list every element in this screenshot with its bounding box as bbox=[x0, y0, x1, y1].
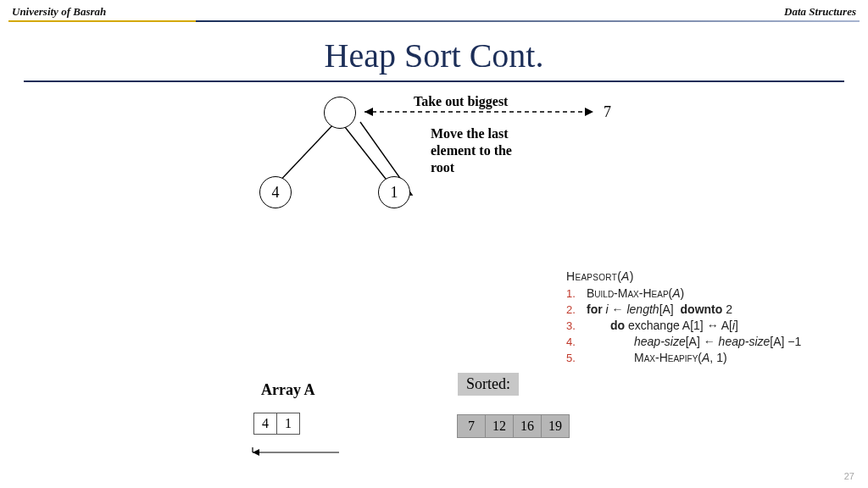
heap-node-root bbox=[324, 97, 356, 129]
page-number: 27 bbox=[844, 471, 854, 481]
slide-title: Heap Sort Cont. bbox=[0, 36, 868, 75]
algo-line-body: do exchange A[1] ↔ A[i] bbox=[587, 319, 846, 332]
header-right: Data Structures bbox=[784, 5, 856, 19]
sorted-cell: 19 bbox=[541, 414, 570, 438]
algo-line-number: 5. bbox=[566, 352, 587, 364]
algo-line-number: 1. bbox=[566, 287, 587, 300]
sorted-block: Sorted: 7121619 bbox=[458, 373, 570, 438]
svg-marker-3 bbox=[585, 108, 593, 116]
sorted-cell: 12 bbox=[485, 414, 514, 438]
algorithm-block: Heapsort(A) 1.Build-Max-Heap(A)2.for i ←… bbox=[566, 269, 846, 367]
algo-fn-arg: A bbox=[621, 269, 630, 283]
svg-line-0 bbox=[275, 124, 334, 186]
annot-move-last: Move the last element to the root bbox=[431, 125, 512, 176]
algo-line: 3.do exchange A[1] ↔ A[i] bbox=[566, 319, 846, 332]
slide-header: University of Basrah Data Structures bbox=[0, 0, 868, 20]
extracted-value: 7 bbox=[604, 103, 611, 121]
algo-line-number: 2. bbox=[566, 303, 587, 316]
heap-node-right: 1 bbox=[378, 176, 410, 208]
svg-marker-6 bbox=[253, 449, 259, 456]
header-left: University of Basrah bbox=[12, 5, 106, 19]
annot-move-l2: element to the bbox=[431, 142, 512, 159]
algo-line: 4.heap-size[A] ← heap-size[A] −1 bbox=[566, 335, 846, 348]
annot-move-l1: Move the last bbox=[431, 125, 512, 142]
array-baseline bbox=[246, 447, 348, 464]
algo-fn-name: Heapsort bbox=[566, 269, 617, 283]
algo-line-body: heap-size[A] ← heap-size[A] −1 bbox=[587, 335, 846, 348]
sorted-cells: 7121619 bbox=[458, 414, 570, 438]
annot-take-out: Take out biggest bbox=[414, 93, 508, 110]
annot-move-l3: root bbox=[431, 159, 512, 176]
algo-line: 2.for i ← length[A] downto 2 bbox=[566, 302, 846, 316]
algo-line-number: 3. bbox=[566, 319, 587, 332]
array-a-cells: 41 bbox=[254, 413, 314, 435]
algo-line: 1.Build-Max-Heap(A) bbox=[566, 286, 846, 300]
svg-marker-4 bbox=[364, 108, 373, 116]
sorted-cell: 16 bbox=[513, 414, 542, 438]
algo-line-body: for i ← length[A] downto 2 bbox=[587, 302, 846, 316]
algo-line-body: Max-Heapify(A, 1) bbox=[587, 351, 846, 364]
array-cell: 1 bbox=[276, 413, 300, 435]
algo-line: 5.Max-Heapify(A, 1) bbox=[566, 351, 846, 364]
sorted-cell: 7 bbox=[457, 414, 486, 438]
array-a-label: Array A bbox=[261, 381, 314, 399]
algo-line-number: 4. bbox=[566, 336, 587, 348]
heap-diagram: 4 1 Take out biggest Move the last eleme… bbox=[229, 93, 636, 229]
algo-line-body: Build-Max-Heap(A) bbox=[587, 286, 846, 300]
array-cell: 4 bbox=[253, 413, 277, 435]
title-underline bbox=[24, 80, 844, 82]
heap-node-left: 4 bbox=[259, 176, 292, 208]
algo-title: Heapsort(A) bbox=[566, 269, 846, 283]
array-a-block: Array A 41 bbox=[254, 381, 314, 435]
header-rule bbox=[8, 20, 860, 22]
sorted-label: Sorted: bbox=[458, 373, 519, 396]
